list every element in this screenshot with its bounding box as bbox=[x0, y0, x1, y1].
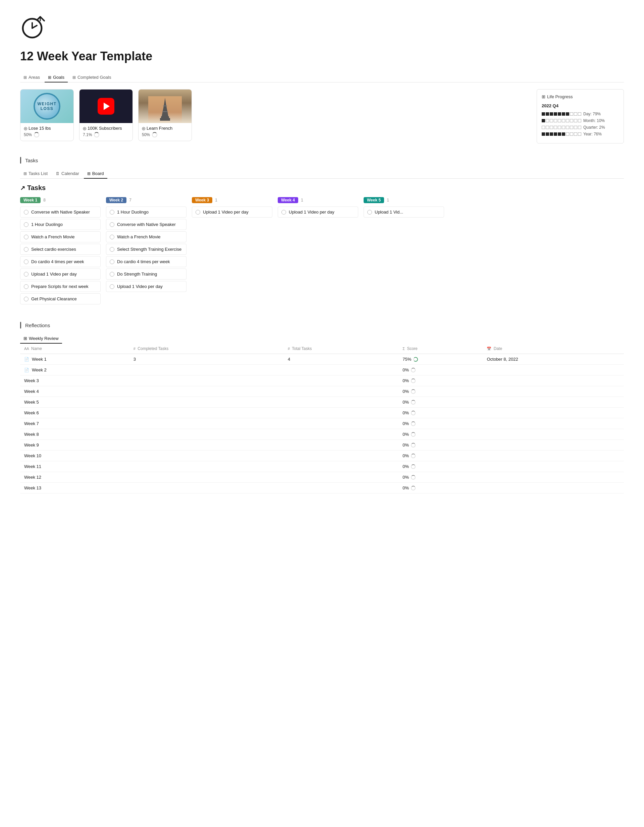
row-name-label: Week 6 bbox=[24, 410, 39, 415]
table-row[interactable]: 📄Week 20% bbox=[20, 365, 624, 376]
task-item[interactable]: Do cardio 4 times per week bbox=[106, 256, 186, 267]
goal-body-lose15: ◎ Lose 15 lbs 50% bbox=[20, 123, 73, 141]
col-header-name: AA Name bbox=[20, 343, 130, 354]
table-row[interactable]: Week 120% bbox=[20, 472, 624, 483]
table-row[interactable]: Week 30% bbox=[20, 376, 624, 386]
row-name-label: Week 11 bbox=[24, 464, 41, 469]
column-count-week1: 8 bbox=[43, 198, 45, 203]
row-completed-tasks bbox=[130, 365, 284, 376]
lp-rows-container: Day: 79%Month: 10%Quarter: 2%Year: 76% bbox=[542, 112, 619, 136]
goal-progress-youtube: 7.1% bbox=[83, 132, 129, 137]
row-name-cell: 📄Week 1 bbox=[20, 354, 130, 365]
table-row[interactable]: Week 70% bbox=[20, 418, 624, 429]
goal-image-youtube bbox=[80, 89, 133, 123]
tab-board[interactable]: ⊞ Board bbox=[84, 169, 107, 179]
table-row[interactable]: Week 100% bbox=[20, 451, 624, 461]
lp-label-2: Quarter: 2% bbox=[583, 125, 605, 130]
lp-block-3-9 bbox=[578, 133, 581, 136]
tab-tasks-list[interactable]: ⊞ Tasks List bbox=[20, 169, 51, 179]
lp-row-2: Quarter: 2% bbox=[542, 125, 619, 130]
lp-row-0: Day: 79% bbox=[542, 112, 619, 116]
row-date bbox=[483, 461, 624, 472]
goal-card-lose15[interactable]: WEIGHTLOSS ◎ Lose 15 lbs 50% bbox=[20, 89, 74, 141]
tab-calendar[interactable]: 🗓 Calendar bbox=[52, 169, 83, 179]
col-header-total: # Total Tasks bbox=[284, 343, 399, 354]
row-name-label: Week 9 bbox=[24, 443, 39, 448]
lp-block-2-4 bbox=[558, 126, 561, 129]
score-spinner-icon bbox=[411, 410, 416, 415]
row-total-tasks bbox=[284, 408, 399, 418]
row-total-tasks bbox=[284, 483, 399, 493]
goal-card-youtube[interactable]: ◎ 100K Subscribers 7.1% bbox=[79, 89, 133, 141]
table-row[interactable]: Week 130% bbox=[20, 483, 624, 493]
score-value: 0% bbox=[402, 432, 409, 437]
board-columns: Week 18Converse with Native Speaker1 Hou… bbox=[20, 197, 624, 308]
score-spinner-icon bbox=[411, 443, 416, 448]
task-circle-icon bbox=[195, 210, 200, 215]
table-row[interactable]: 📄Week 13475%October 8, 2022 bbox=[20, 354, 624, 365]
goals-cards: WEIGHTLOSS ◎ Lose 15 lbs 50% bbox=[20, 89, 523, 141]
task-tabs-row: ⊞ Tasks List 🗓 Calendar ⊞ Board bbox=[20, 169, 624, 179]
table-row[interactable]: Week 40% bbox=[20, 386, 624, 397]
tab-goals[interactable]: ⊞ Goals bbox=[45, 73, 68, 83]
task-item[interactable]: 1 Hour Duolingo bbox=[20, 219, 101, 230]
goals-section: WEIGHTLOSS ◎ Lose 15 lbs 50% bbox=[20, 89, 523, 141]
task-item[interactable]: Select cardio exercises bbox=[20, 244, 101, 255]
tab-areas[interactable]: ⊞ Areas bbox=[20, 73, 43, 83]
row-completed-tasks bbox=[130, 376, 284, 386]
row-date bbox=[483, 451, 624, 461]
board-column-week1: Week 18Converse with Native Speaker1 Hou… bbox=[20, 197, 101, 306]
table-row[interactable]: Week 110% bbox=[20, 461, 624, 472]
table-row[interactable]: Week 50% bbox=[20, 397, 624, 408]
table-row[interactable]: Week 80% bbox=[20, 429, 624, 440]
row-total-tasks bbox=[284, 376, 399, 386]
tab-completed-goals[interactable]: ⊞ Completed Goals bbox=[69, 73, 114, 83]
weekly-review-tab[interactable]: ⊞ Weekly Review bbox=[20, 334, 62, 343]
svg-rect-8 bbox=[163, 106, 167, 106]
task-item[interactable]: Watch a French Movie bbox=[106, 231, 186, 242]
lp-label-1: Month: 10% bbox=[583, 119, 605, 123]
score-spinner-icon bbox=[411, 432, 416, 437]
lp-table-icon: ⊞ bbox=[542, 94, 546, 99]
task-circle-icon bbox=[24, 259, 28, 264]
lp-block-1-0 bbox=[542, 119, 545, 122]
board-column-week4: Week 41Upload 1 Video per day bbox=[278, 197, 358, 306]
lp-row-1: Month: 10% bbox=[542, 119, 619, 123]
page-title: 12 Week Year Template bbox=[20, 49, 624, 63]
table-row[interactable]: Week 60% bbox=[20, 408, 624, 418]
task-item[interactable]: Select Strength Training Exercise bbox=[106, 244, 186, 255]
task-label: Converse with Native Speaker bbox=[31, 209, 90, 215]
score-value: 0% bbox=[402, 443, 409, 448]
row-name-label: Week 4 bbox=[24, 389, 39, 394]
goal-progress-lose15: 50% bbox=[24, 132, 70, 137]
task-item[interactable]: Converse with Native Speaker bbox=[20, 206, 101, 218]
task-item[interactable]: Upload 1 Video per day bbox=[106, 281, 186, 292]
task-item[interactable]: Upload 1 Video per day bbox=[278, 206, 358, 218]
lp-block-1-7 bbox=[570, 119, 573, 122]
lp-block-0-6 bbox=[566, 112, 569, 115]
lp-label-3: Year: 76% bbox=[583, 132, 602, 136]
row-score: 0% bbox=[399, 440, 483, 451]
score-spinner-icon bbox=[413, 357, 418, 362]
week-badge-week2: Week 2 bbox=[106, 197, 127, 203]
goal-card-french[interactable]: ◎ Learn French 50% bbox=[138, 89, 192, 141]
row-name-cell: Week 3 bbox=[20, 376, 130, 386]
goal-pct-lose15: 50% bbox=[24, 133, 32, 137]
task-item[interactable]: Do cardio 4 times per week bbox=[20, 256, 101, 267]
row-total-tasks bbox=[284, 418, 399, 429]
task-item[interactable]: Get Physical Clearance bbox=[20, 293, 101, 304]
task-item[interactable]: Converse with Native Speaker bbox=[106, 219, 186, 230]
main-layout: WEIGHTLOSS ◎ Lose 15 lbs 50% bbox=[20, 89, 624, 144]
lp-block-1-8 bbox=[574, 119, 577, 122]
task-item[interactable]: Prepare Scripts for next week bbox=[20, 281, 101, 292]
task-item[interactable]: Upload 1 Vid... bbox=[364, 206, 444, 218]
logo-area bbox=[20, 13, 624, 41]
review-table: AA Name # Completed Tasks # Total Tasks … bbox=[20, 343, 624, 493]
task-item[interactable]: Do Strength Training bbox=[106, 268, 186, 279]
col-header-score: Σ Score bbox=[399, 343, 483, 354]
task-item[interactable]: Upload 1 Video per day bbox=[20, 268, 101, 279]
table-row[interactable]: Week 90% bbox=[20, 440, 624, 451]
task-item[interactable]: Upload 1 Video per day bbox=[192, 206, 272, 218]
task-item[interactable]: Watch a French Movie bbox=[20, 231, 101, 242]
task-item[interactable]: 1 Hour Duolingo bbox=[106, 206, 186, 218]
